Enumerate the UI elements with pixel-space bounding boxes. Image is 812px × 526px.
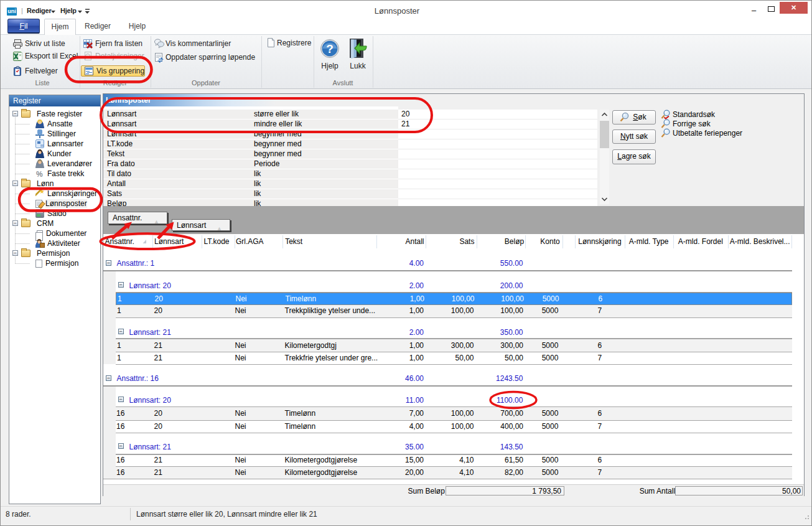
svg-text:?: ? [326, 42, 334, 55]
